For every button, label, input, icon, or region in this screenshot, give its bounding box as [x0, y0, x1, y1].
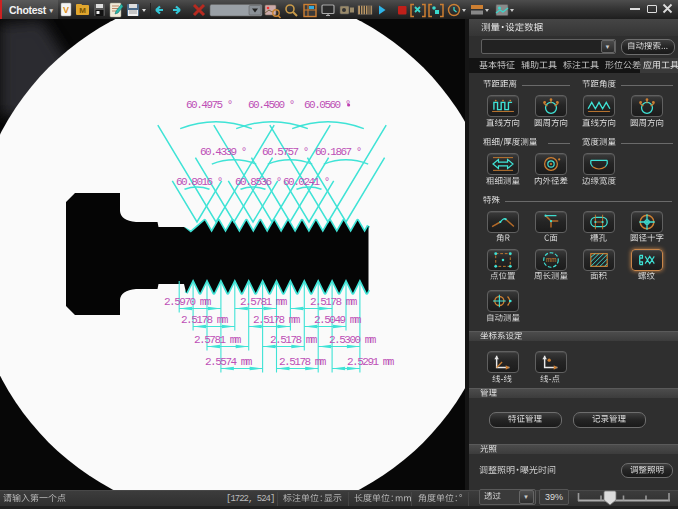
- svg-text:V: V: [63, 5, 69, 15]
- svg-text:mm: mm: [546, 256, 557, 263]
- svg-text:M: M: [79, 6, 86, 15]
